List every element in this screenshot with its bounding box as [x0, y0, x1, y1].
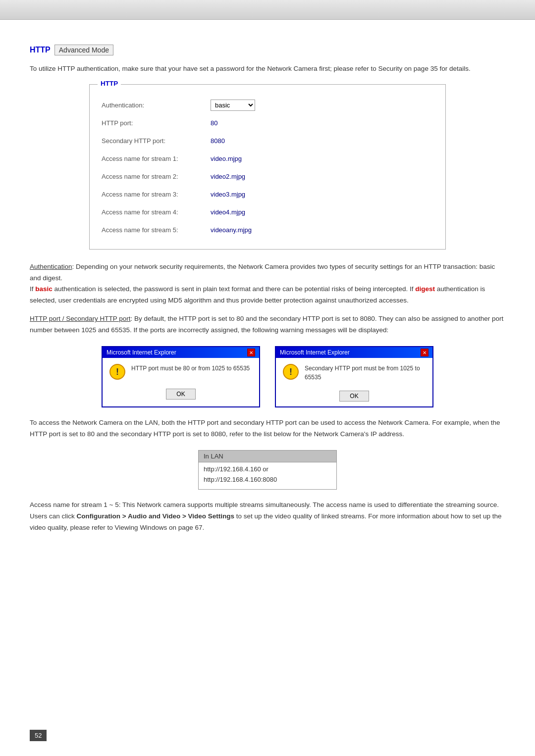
ie-warning-icon: ! — [109, 364, 125, 380]
http-settings-box: HTTP Authentication:basicdigestHTTP port… — [89, 84, 446, 250]
ie-dialog-footer: OK — [276, 388, 432, 406]
form-row: Access name for stream 5:videoany.mjpg — [102, 221, 433, 239]
intro-text: To utilize HTTP authentication, make sur… — [30, 63, 505, 74]
ie-dialog-body: ! HTTP port must be 80 or from 1025 to 6… — [103, 358, 259, 386]
form-label: HTTP port: — [102, 114, 211, 132]
form-label: Access name for stream 2: — [102, 168, 211, 186]
ie-dialog-message: HTTP port must be 80 or from 1025 to 655… — [131, 364, 252, 373]
access-name-title: Access name for stream 1 ~ 5 — [30, 501, 119, 508]
lan-table-wrapper: In LAN http://192.168.4.160 orhttp://192… — [30, 450, 505, 490]
form-value: 8080 — [211, 132, 433, 150]
ie-dialog-title: Microsoft Internet Explorer — [280, 349, 350, 356]
form-label: Access name for stream 5: — [102, 221, 211, 239]
page-number: 52 — [30, 730, 47, 741]
form-row: Access name for stream 2:video2.mjpg — [102, 168, 433, 186]
auth-text1: : Depending on your network security req… — [30, 263, 495, 282]
http-port-title: HTTP port / Secondary HTTP port — [30, 315, 131, 322]
ie-ok-button[interactable]: OK — [166, 389, 195, 400]
http-label: HTTP — [30, 46, 51, 54]
ie-dialog-title: Microsoft Internet Explorer — [107, 349, 176, 356]
form-value: video2.mjpg — [211, 168, 433, 186]
main-content: HTTP Advanced Mode To utilize HTTP authe… — [0, 20, 535, 580]
auth-basic-word: basic — [35, 285, 53, 293]
auth-text2-pre: If — [30, 285, 35, 293]
ie-dialog-titlebar: Microsoft Internet Explorer ✕ — [276, 347, 432, 358]
lan-url: http://192.168.4.160 or — [204, 464, 331, 475]
ie-dialog-close-button[interactable]: ✕ — [421, 349, 428, 356]
form-label: Access name for stream 3: — [102, 186, 211, 203]
form-value: video4.mjpg — [211, 203, 433, 221]
dialogs-row: Microsoft Internet Explorer ✕ ! HTTP por… — [30, 346, 505, 407]
form-label: Secondary HTTP port: — [102, 132, 211, 150]
ie-dialog-footer: OK — [103, 386, 259, 404]
form-row: Access name for stream 1:video.mjpg — [102, 150, 433, 168]
top-bar — [0, 0, 535, 20]
form-row: Access name for stream 4:video4.mjpg — [102, 203, 433, 221]
auth-title: Authentication — [30, 263, 72, 270]
ie-dialog-close-button[interactable]: ✕ — [247, 349, 255, 356]
form-value: 80 — [211, 114, 433, 132]
form-row: Authentication:basicdigest — [102, 97, 433, 114]
form-value: video3.mjpg — [211, 186, 433, 203]
lan-table-header: In LAN — [199, 451, 336, 462]
lan-url: http://192.168.4.160:8080 — [204, 475, 331, 485]
ie-dialog: Microsoft Internet Explorer ✕ ! HTTP por… — [102, 346, 260, 407]
ie-dialog-titlebar: Microsoft Internet Explorer ✕ — [103, 347, 259, 358]
form-label: Authentication: — [102, 97, 211, 114]
form-value: videoany.mjpg — [211, 221, 433, 239]
page-heading: HTTP Advanced Mode — [30, 45, 505, 55]
form-row: Access name for stream 3:video3.mjpg — [102, 186, 433, 203]
auth-select[interactable]: basicdigest — [211, 100, 255, 111]
form-value: video.mjpg — [211, 150, 433, 168]
ie-ok-button[interactable]: OK — [339, 391, 369, 402]
http-port-section: HTTP port / Secondary HTTP port: By defa… — [30, 313, 505, 336]
form-value[interactable]: basicdigest — [211, 97, 433, 114]
auth-section: Authentication: Depending on your networ… — [30, 261, 505, 307]
lan-intro-text: To access the Network Camera on the LAN,… — [30, 417, 505, 440]
form-label: Access name for stream 1: — [102, 150, 211, 168]
ie-warning-icon: ! — [283, 364, 299, 380]
form-row: Secondary HTTP port:8080 — [102, 132, 433, 150]
http-form-table: Authentication:basicdigestHTTP port:80Se… — [102, 97, 433, 239]
ie-dialog-message: Secondary HTTP port must be from 1025 to… — [305, 364, 426, 382]
http-box-title: HTTP — [98, 80, 121, 87]
access-name-bold1: Configuration > Audio and Video > Video … — [77, 512, 235, 520]
form-row: HTTP port:80 — [102, 114, 433, 132]
auth-digest-word: digest — [415, 285, 435, 293]
access-name-section: Access name for stream 1 ~ 5: This Netwo… — [30, 500, 505, 534]
lan-table-body: http://192.168.4.160 orhttp://192.168.4.… — [199, 462, 336, 489]
lan-table: In LAN http://192.168.4.160 orhttp://192… — [198, 450, 337, 490]
ie-dialog: Microsoft Internet Explorer ✕ ! Secondar… — [275, 346, 433, 407]
form-label: Access name for stream 4: — [102, 203, 211, 221]
ie-dialog-body: ! Secondary HTTP port must be from 1025 … — [276, 358, 432, 388]
advanced-mode-badge: Advanced Mode — [54, 45, 113, 55]
auth-text2-mid: authentication is selected, the password… — [53, 285, 415, 293]
